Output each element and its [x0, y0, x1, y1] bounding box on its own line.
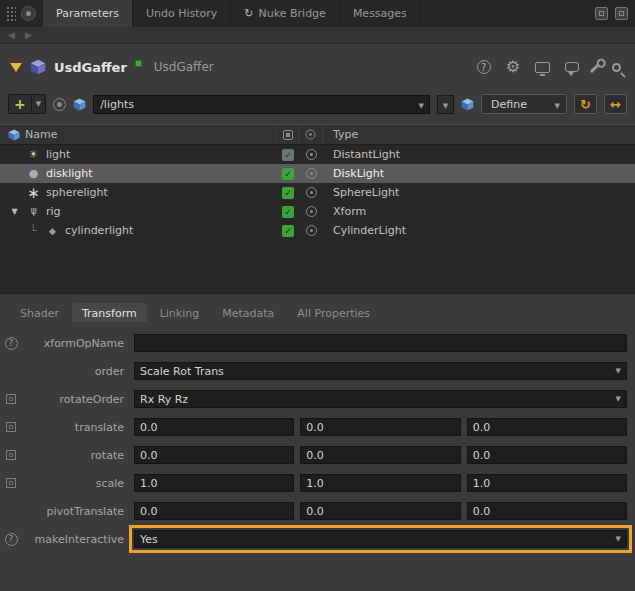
- tab-label: Shader: [20, 307, 59, 320]
- prim-path-input[interactable]: /lights: [93, 95, 430, 114]
- prim-tree: Name Type light DistantLight disklight D…: [0, 124, 635, 294]
- pivottranslate-z-field[interactable]: 0.0: [467, 502, 627, 520]
- row-name: rig: [46, 205, 61, 218]
- row-type: DistantLight: [323, 145, 635, 164]
- add-menu-caret-icon[interactable]: [31, 95, 45, 113]
- define-value: Define: [491, 98, 527, 111]
- node-status-square: [135, 60, 142, 67]
- rotate-x-field[interactable]: 0.0: [134, 446, 294, 464]
- checkbox-column-icon: [283, 130, 293, 140]
- inspect-icon[interactable]: [306, 187, 317, 198]
- enabled-badge[interactable]: [282, 168, 294, 180]
- param-row-xformopname: xformOpName: [0, 329, 635, 357]
- inspect-icon[interactable]: [306, 206, 317, 217]
- field-value: 1.0: [473, 477, 491, 490]
- scale-y-field[interactable]: 1.0: [300, 474, 460, 492]
- monitor-icon[interactable]: [535, 62, 550, 73]
- gear-icon[interactable]: [506, 60, 520, 75]
- translate-x-field[interactable]: 0.0: [134, 418, 294, 436]
- enabled-badge[interactable]: [282, 206, 294, 218]
- parameter-panel: xformOpName order Scale Rot Trans rotate…: [0, 322, 635, 553]
- path-history-button[interactable]: [437, 95, 454, 114]
- tab-parameters[interactable]: Parameters: [43, 0, 133, 27]
- tab-transform[interactable]: Transform: [72, 303, 147, 322]
- rotate-y-field[interactable]: 0.0: [300, 446, 460, 464]
- table-row-spherelight[interactable]: spherelight SphereLight: [0, 183, 635, 202]
- panel-tab-bar: Parameters Undo History Nuke Bridge Mess…: [0, 0, 635, 27]
- tab-linking[interactable]: Linking: [150, 303, 210, 322]
- enabled-badge[interactable]: [282, 149, 294, 161]
- add-light-button[interactable]: +: [8, 94, 46, 114]
- rotateorder-select[interactable]: Rx Ry Rz: [134, 390, 627, 408]
- cylinder-light-icon: [45, 224, 60, 237]
- translate-y-field[interactable]: 0.0: [300, 418, 460, 436]
- define-caret-icon: [549, 98, 566, 111]
- help-icon[interactable]: [477, 60, 491, 74]
- panel-menu-icon[interactable]: [615, 7, 628, 20]
- tab-metadata[interactable]: Metadata: [212, 303, 284, 322]
- distant-light-icon: [26, 148, 41, 161]
- path-dropdown-caret-icon[interactable]: [414, 98, 429, 111]
- tab-messages[interactable]: Messages: [340, 0, 421, 27]
- refresh-button[interactable]: [574, 94, 597, 114]
- tab-shader[interactable]: Shader: [10, 303, 69, 322]
- translate-z-field[interactable]: 0.0: [467, 418, 627, 436]
- param-label: rotateOrder: [22, 393, 134, 406]
- nav-back-icon[interactable]: [8, 30, 15, 40]
- animation-box-icon[interactable]: [6, 394, 16, 404]
- inspect-icon[interactable]: [306, 168, 317, 179]
- xformopname-input[interactable]: [134, 334, 627, 352]
- table-row-cylinderlight[interactable]: cylinderlight CylinderLight: [0, 221, 635, 240]
- pivottranslate-x-field[interactable]: 0.0: [134, 502, 294, 520]
- makeinteractive-select[interactable]: Yes: [134, 530, 627, 548]
- animation-box-icon[interactable]: [6, 478, 16, 488]
- type-column-header[interactable]: Type: [323, 125, 635, 144]
- swap-arrows-icon: [610, 97, 621, 112]
- caret-down-icon: [443, 98, 448, 111]
- refresh-icon: [580, 97, 591, 112]
- tree-header-row: Name Type: [0, 125, 635, 145]
- inspect-icon[interactable]: [306, 225, 317, 236]
- tab-nuke-bridge[interactable]: Nuke Bridge: [231, 0, 340, 27]
- tab-label: All Properties: [297, 307, 370, 320]
- row-type: Xform: [323, 202, 635, 221]
- enabled-badge[interactable]: [282, 225, 294, 237]
- prim-path-value: /lights: [100, 98, 134, 111]
- knob-question-icon[interactable]: [5, 533, 18, 546]
- swap-button[interactable]: [604, 94, 627, 114]
- info-column-header[interactable]: [299, 125, 323, 144]
- inspect-icon[interactable]: [306, 149, 317, 160]
- name-column-header[interactable]: Name: [0, 125, 277, 144]
- field-value: 0.0: [140, 449, 158, 462]
- rotate-z-field[interactable]: 0.0: [467, 446, 627, 464]
- table-row-light[interactable]: light DistantLight: [0, 145, 635, 164]
- nav-forward-icon[interactable]: [25, 30, 32, 40]
- expander-icon[interactable]: [8, 202, 21, 221]
- wrench-icon[interactable]: [590, 61, 601, 72]
- table-row-disklight[interactable]: disklight DiskLight: [0, 164, 635, 183]
- scale-x-field[interactable]: 1.0: [134, 474, 294, 492]
- tab-undo-history[interactable]: Undo History: [133, 0, 231, 27]
- animation-box-icon[interactable]: [6, 450, 16, 460]
- search-icon[interactable]: [612, 63, 621, 72]
- animation-box-icon[interactable]: [6, 422, 16, 432]
- enabled-badge[interactable]: [282, 187, 294, 199]
- param-row-pivottranslate: pivotTranslate 0.0 0.0 0.0: [0, 497, 635, 525]
- scale-z-field[interactable]: 1.0: [467, 474, 627, 492]
- panel-layout-icon[interactable]: [595, 7, 608, 20]
- panel-float-icon[interactable]: [21, 6, 36, 21]
- knob-question-icon[interactable]: [5, 337, 18, 350]
- pivottranslate-y-field[interactable]: 0.0: [300, 502, 460, 520]
- panel-grip-icon[interactable]: [6, 6, 16, 21]
- tab-all-properties[interactable]: All Properties: [287, 303, 380, 322]
- param-label: xformOpName: [22, 337, 134, 350]
- define-select[interactable]: Define: [481, 94, 567, 114]
- node-expand-icon[interactable]: [10, 63, 22, 72]
- table-row-rig[interactable]: rig Xform: [0, 202, 635, 221]
- row-name: spherelight: [46, 186, 108, 199]
- comment-icon[interactable]: [565, 62, 579, 72]
- snapshot-icon[interactable]: [53, 98, 66, 111]
- prim-cube-icon: [73, 98, 86, 111]
- order-select[interactable]: Scale Rot Trans: [134, 362, 627, 380]
- enabled-column-header[interactable]: [277, 125, 299, 144]
